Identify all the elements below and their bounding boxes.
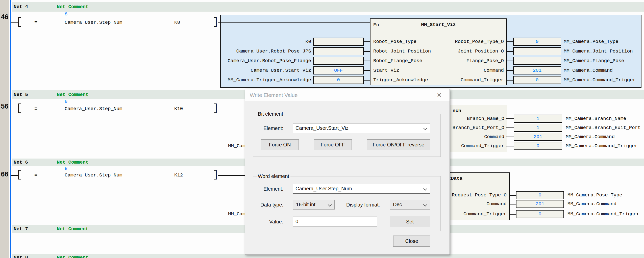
net-label: Net 7 <box>14 226 28 231</box>
monitor-value: 1 <box>536 116 539 121</box>
fb-output-monitor-box[interactable]: 0 <box>514 142 562 150</box>
word-element-combobox[interactable]: Camera_User.Step_Num <box>293 184 430 194</box>
contact-operand[interactable]: Camera_User.Step_Num <box>65 20 122 25</box>
pin-stub <box>506 137 514 137</box>
fb-output-monitor-box[interactable]: 1 <box>514 115 562 123</box>
set-button[interactable]: Set <box>390 216 430 227</box>
contact-constant[interactable]: K12 <box>174 173 183 178</box>
net-comment[interactable]: Net Comment <box>57 160 88 165</box>
fb-input-operand-truncated[interactable]: MM_Cam <box>228 143 245 148</box>
fb-output-monitor-box[interactable]: 201 <box>516 200 564 208</box>
fb-input-monitor-box[interactable]: OFF <box>313 66 364 74</box>
monitor-value: 0 <box>538 212 541 217</box>
fb-output-monitor-box[interactable]: 0 <box>513 76 561 84</box>
compare-operator: = <box>34 172 38 178</box>
pin-stub <box>363 70 370 71</box>
monitor-value: 1 <box>536 125 539 130</box>
fb-input-pin: Start_Viz <box>373 68 399 73</box>
fb-input-operand[interactable]: Camera_User.Start_Viz <box>221 68 311 73</box>
data-type-dropdown[interactable]: 16-bit int <box>293 200 335 210</box>
pin-stub <box>506 41 513 42</box>
value-input[interactable]: 0 <box>293 217 377 226</box>
word-element-value: Camera_User.Step_Num <box>293 186 352 192</box>
fb-input-monitor-box[interactable] <box>313 38 364 46</box>
fb-output-operand[interactable]: MM_Camera.Branch_Exit_Port <box>566 125 640 130</box>
net-comment[interactable]: Net Comment <box>57 226 88 231</box>
fb-output-operand[interactable]: MM_Camera.Command <box>564 68 613 73</box>
pin-stub <box>363 51 370 52</box>
fb-output-operand[interactable]: MM_Camera.Command <box>567 201 616 207</box>
fb-input-pin: Robot_Joint_Position <box>373 49 431 54</box>
fb-output-operand[interactable]: MM_Camera.Branch_Name <box>566 116 626 121</box>
chevron-down-icon[interactable] <box>423 187 427 191</box>
fb-output-monitor-box[interactable]: 0 <box>513 38 561 46</box>
net-comment[interactable]: Net Comment <box>57 92 88 97</box>
display-format-label: Display format: <box>346 202 380 208</box>
force-off-button[interactable]: Force OFF <box>314 139 352 150</box>
fb-input-operand[interactable]: K0 <box>221 39 311 44</box>
fb-output-operand[interactable]: MM_Camera.Command_Trigger <box>567 212 639 217</box>
fb-output-monitor-box[interactable] <box>513 57 561 65</box>
fb-output-operand[interactable]: MM_Camera.Joint_Position <box>564 49 633 54</box>
chevron-down-icon[interactable] <box>423 203 427 207</box>
fb-input-monitor-box[interactable]: 0 <box>313 76 364 84</box>
net-comment[interactable]: Net Comment <box>57 255 88 258</box>
fb-output-operand[interactable]: MM_Camera.Pose_Type <box>567 193 622 198</box>
fb-output-operand[interactable]: MM_Camera.Command_Trigger <box>566 143 638 148</box>
chevron-down-icon[interactable] <box>328 203 332 207</box>
fb-input-monitor-box[interactable] <box>313 47 364 55</box>
rung-number: 46 <box>0 13 9 21</box>
close-icon[interactable]: ✕ <box>437 91 442 99</box>
chevron-down-icon[interactable] <box>423 126 427 130</box>
fb-input-operand[interactable]: Camera_User.Robot_Pose_Flange <box>221 58 311 63</box>
net-header-net4[interactable]: Net 4 Net Comment <box>12 2 644 12</box>
display-format-dropdown[interactable]: Dec <box>390 200 430 210</box>
fb-title: MM_Start_Viz <box>370 22 506 27</box>
pin-stub <box>363 41 370 42</box>
contact-close-bracket: ] <box>213 103 219 114</box>
fb-output-monitor-box[interactable] <box>513 47 561 55</box>
monitor-value: 201 <box>536 201 544 207</box>
net-label: Net 4 <box>14 4 28 9</box>
contact-operand[interactable]: Camera_User.Step_Num <box>65 106 122 111</box>
word-element-label: Element: <box>263 186 283 192</box>
fb-output-monitor-box[interactable]: 1 <box>514 124 562 132</box>
fb-input-monitor-box[interactable] <box>313 57 364 65</box>
fb-output-operand[interactable]: MM_Camera.Command_Trigger <box>564 78 636 83</box>
force-on-off-reverse-button[interactable]: Force ON/OFF reverse <box>367 139 430 150</box>
net-label: Net 5 <box>14 92 28 97</box>
word-element-group-label: Word element <box>257 174 290 179</box>
force-on-button[interactable]: Force ON <box>261 139 299 150</box>
monitor-value: 201 <box>534 134 542 139</box>
row-number-gutter <box>0 0 9 258</box>
bit-element-group-label: Bit element <box>257 111 284 116</box>
bit-element-group: Bit element <box>253 114 441 157</box>
contact-close-bracket: ] <box>213 17 219 28</box>
plc-ladder-editor: 46 56 66 Net 4 Net Comment Net 5 Net Com… <box>0 0 644 258</box>
net-label: Net 6 <box>14 160 28 165</box>
fb-output-operand[interactable]: MM_Camera.Pose_Type <box>564 39 618 44</box>
fb-input-operand-truncated[interactable]: MM_Cam <box>228 212 245 217</box>
fb-output-pin: Request_Pose_Type_O <box>441 193 507 198</box>
close-button[interactable]: Close <box>393 236 430 247</box>
bit-element-combobox[interactable]: Camera_User.Start_Viz <box>293 123 430 133</box>
fb-output-operand[interactable]: MM_Camera.Flange_Pose <box>564 58 624 63</box>
fb-output-monitor-box[interactable]: 0 <box>516 191 564 199</box>
fb-input-operand[interactable]: MM_Camera.Trigger_Acknowledge <box>221 78 311 83</box>
fb-output-monitor-box[interactable]: 201 <box>514 133 562 141</box>
net-comment[interactable]: Net Comment <box>57 4 88 9</box>
contact-constant[interactable]: K8 <box>174 20 180 25</box>
contact-open-bracket: [ <box>16 169 22 180</box>
fb-output-monitor-box[interactable]: 201 <box>513 66 561 74</box>
dialog-title: Write Element Value <box>250 89 298 101</box>
pin-stub <box>363 61 370 61</box>
dialog-titlebar[interactable]: Write Element Value ✕ <box>245 89 450 101</box>
contact-operand[interactable]: Camera_User.Step_Num <box>65 173 122 178</box>
net-label: Net 8 <box>14 255 28 258</box>
fb-output-monitor-box[interactable]: 0 <box>516 210 564 218</box>
fb-output-operand[interactable]: MM_Camera.Command <box>566 134 615 139</box>
fb-output-pin: Command_Trigger <box>441 212 507 217</box>
pin-stub <box>509 204 516 204</box>
fb-input-operand[interactable]: Camera_User.Robot_Pose_JPS <box>221 49 311 54</box>
contact-constant[interactable]: K10 <box>174 106 183 111</box>
